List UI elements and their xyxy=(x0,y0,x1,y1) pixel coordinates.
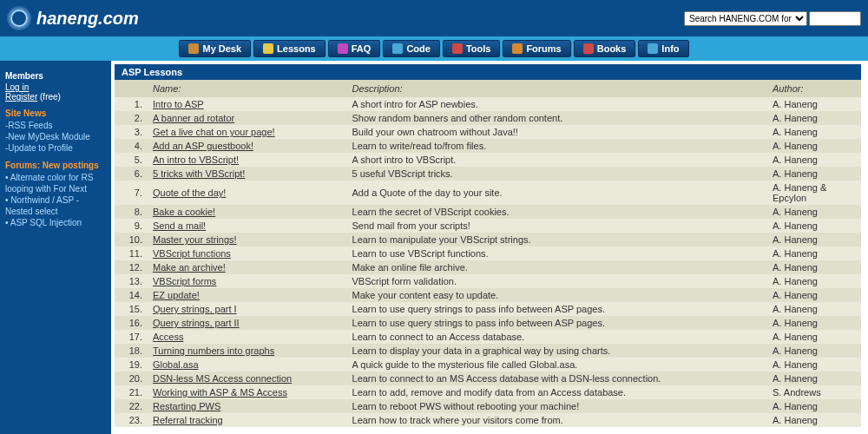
nav-icon xyxy=(648,43,658,54)
lesson-author: A. Haneng xyxy=(766,302,861,316)
lesson-author: A. Haneng xyxy=(766,260,861,274)
logo-area[interactable]: haneng.com xyxy=(7,6,139,30)
lesson-link[interactable]: Access xyxy=(153,332,183,342)
lesson-author: A. Haneng xyxy=(766,139,861,153)
nav-label: FAQ xyxy=(352,43,372,54)
lesson-link[interactable]: VBScript functions xyxy=(153,248,231,259)
lesson-number: 1. xyxy=(115,97,146,111)
nav-label: Books xyxy=(597,43,627,54)
lesson-desc: Learn to reboot PWS without rebooting yo… xyxy=(345,399,766,413)
table-row: 10.Master your strings!Learn to manipula… xyxy=(115,233,861,247)
nav-label: Code xyxy=(406,43,431,54)
forum-item[interactable]: • ASP SQL Injection xyxy=(5,217,106,228)
sidebar-login-link[interactable]: Log in xyxy=(5,82,106,92)
lesson-link[interactable]: Quote of the day! xyxy=(153,187,226,198)
nav-label: Lessons xyxy=(277,43,316,54)
lesson-number: 23. xyxy=(115,413,146,427)
nav-icon xyxy=(392,43,403,54)
sidebar-register-link[interactable]: Register xyxy=(5,92,37,102)
lesson-link[interactable]: Global.asa xyxy=(153,359,199,370)
lesson-desc: Send mail from your scripts! xyxy=(345,219,766,233)
sidebar-forums-head: Forums: New postings xyxy=(5,161,106,170)
lesson-desc: Make an online file archive. xyxy=(345,260,766,274)
lesson-author: A. Haneng xyxy=(766,153,861,167)
lesson-link[interactable]: An intro to VBScript! xyxy=(153,155,239,165)
lesson-author: A. Haneng xyxy=(766,233,861,247)
lesson-desc: Learn the secret of VBScript cookies. xyxy=(345,205,766,219)
search-select[interactable]: Search HANENG.COM for xyxy=(684,11,807,26)
lesson-link[interactable]: Send a mail! xyxy=(153,220,206,231)
nav-my-desk[interactable]: My Desk xyxy=(179,40,251,57)
lesson-link[interactable]: Referral tracking xyxy=(153,415,223,425)
lesson-desc: VBScript form validation. xyxy=(345,274,766,288)
lesson-link[interactable]: EZ update! xyxy=(153,290,200,300)
sitenews-item[interactable]: -RSS Feeds xyxy=(5,120,106,131)
lesson-link[interactable]: DSN-less MS Access connection xyxy=(153,373,292,384)
lesson-number: 13. xyxy=(115,274,146,288)
nav-label: Info xyxy=(661,43,679,54)
logo-text: haneng.com xyxy=(36,9,139,29)
lesson-author: A. Haneng xyxy=(766,274,861,288)
lesson-number: 5. xyxy=(115,153,146,167)
lesson-link[interactable]: Bake a cookie! xyxy=(153,207,215,217)
lesson-link[interactable]: Make an archive! xyxy=(153,262,226,273)
panel-lessons-title: ASP Lessons xyxy=(115,64,861,80)
lesson-number: 9. xyxy=(115,219,146,233)
sitenews-item[interactable]: -Update to Profile xyxy=(5,142,106,154)
nav-info[interactable]: Info xyxy=(638,40,688,57)
lesson-link[interactable]: Restarting PWS xyxy=(153,401,220,411)
forum-item[interactable]: • Alternate color for RS looping with Fo… xyxy=(5,172,106,194)
lesson-desc: Show random banners and other random con… xyxy=(345,111,766,125)
lessons-table: Name: Description: Author: 1.Intro to AS… xyxy=(115,80,861,427)
table-row: 8.Bake a cookie!Learn the secret of VBSc… xyxy=(115,205,861,219)
lesson-link[interactable]: Get a live chat on your page! xyxy=(153,127,275,137)
nav-code[interactable]: Code xyxy=(383,40,440,57)
lesson-desc: Learn to use query strings to pass info … xyxy=(345,316,766,330)
lesson-link[interactable]: Query strings, part II xyxy=(153,318,240,328)
nav-icon xyxy=(263,43,273,54)
lesson-desc: Learn to write/read to/from files. xyxy=(345,139,766,153)
nav-tools[interactable]: Tools xyxy=(443,40,501,57)
lesson-link[interactable]: Intro to ASP xyxy=(153,99,204,109)
table-row: 7.Quote of the day!Add a Quote of the da… xyxy=(115,181,861,205)
search-input[interactable] xyxy=(809,11,861,26)
lesson-link[interactable]: VBScript forms xyxy=(153,276,216,286)
lesson-desc: 5 useful VBScript tricks. xyxy=(345,167,766,181)
lesson-author: A. Haneng xyxy=(766,330,861,344)
nav-label: Tools xyxy=(466,43,491,54)
lesson-link[interactable]: Turning numbers into graphs xyxy=(153,345,274,356)
lesson-author: A. Haneng xyxy=(766,399,861,413)
col-desc: Description: xyxy=(345,80,766,97)
lesson-desc: A short intro for ASP newbies. xyxy=(345,97,766,111)
nav-faq[interactable]: FAQ xyxy=(328,40,381,57)
lesson-desc: Learn to connect to an Access database. xyxy=(345,330,766,344)
nav-books[interactable]: Books xyxy=(574,40,636,57)
content: ASP Lessons Name: Description: Author: 1… xyxy=(111,61,868,434)
table-row: 22.Restarting PWSLearn to reboot PWS wit… xyxy=(115,399,861,413)
nav-lessons[interactable]: Lessons xyxy=(253,40,326,57)
lesson-desc: Make your content easy to update. xyxy=(345,288,766,302)
forum-item[interactable]: • Northwind / ASP - Nested select xyxy=(5,194,106,217)
lesson-number: 19. xyxy=(115,358,146,372)
lesson-number: 10. xyxy=(115,233,146,247)
lesson-desc: Learn to use query strings to pass info … xyxy=(345,302,766,316)
lesson-author: A. Haneng & Epcylon xyxy=(766,181,861,205)
lesson-desc: Learn to display your data in a graphica… xyxy=(345,344,766,358)
nav-icon xyxy=(338,43,348,54)
sidebar-sitenews-head: Site News xyxy=(5,108,106,118)
lesson-desc: Learn to add, remove and modify data fro… xyxy=(345,385,766,399)
lesson-link[interactable]: Master your strings! xyxy=(153,234,237,245)
lesson-author: A. Haneng xyxy=(766,125,861,139)
lesson-link[interactable]: Query strings, part I xyxy=(153,304,237,314)
sitenews-item[interactable]: -New MyDesk Module xyxy=(5,131,106,142)
lesson-link[interactable]: Add an ASP guestbook! xyxy=(153,141,253,151)
lesson-author: A. Haneng xyxy=(766,358,861,372)
lesson-number: 21. xyxy=(115,385,146,399)
lesson-author: A. Haneng xyxy=(766,205,861,219)
lesson-link[interactable]: 5 tricks with VBScript! xyxy=(153,168,245,179)
search-area: Search HANENG.COM for xyxy=(684,11,861,26)
sidebar: Members Log in Register (free) Site News… xyxy=(0,61,111,434)
lesson-link[interactable]: A banner ad rotator xyxy=(153,113,234,123)
nav-forums[interactable]: Forums xyxy=(503,40,570,57)
lesson-link[interactable]: Working with ASP & MS Access xyxy=(153,387,287,398)
